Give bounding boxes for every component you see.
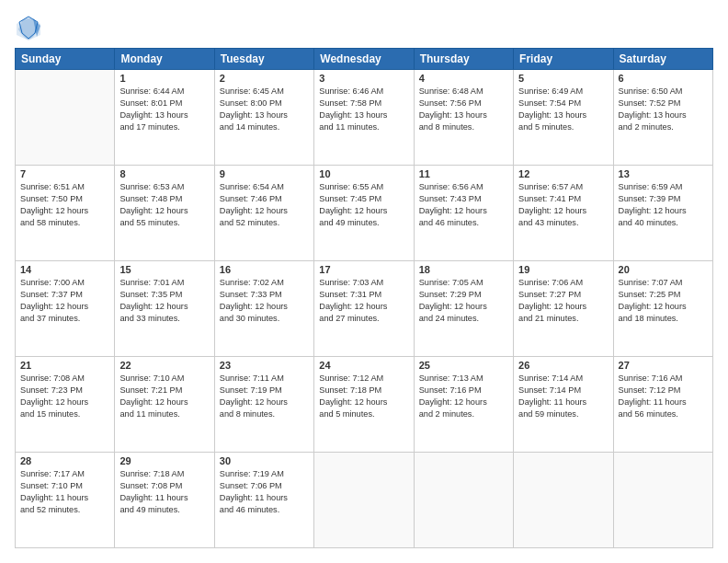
day-info: Sunrise: 7:08 AM Sunset: 7:23 PM Dayligh… xyxy=(20,373,109,420)
day-number: 2 xyxy=(220,73,309,84)
calendar-cell: 20Sunrise: 7:07 AM Sunset: 7:25 PM Dayli… xyxy=(613,261,712,357)
day-number: 9 xyxy=(220,168,309,179)
day-number: 16 xyxy=(220,264,309,275)
day-number: 20 xyxy=(619,264,708,275)
day-info: Sunrise: 6:44 AM Sunset: 8:01 PM Dayligh… xyxy=(119,86,209,133)
day-info: Sunrise: 6:45 AM Sunset: 8:00 PM Dayligh… xyxy=(220,86,309,133)
day-info: Sunrise: 6:54 AM Sunset: 7:46 PM Dayligh… xyxy=(220,181,309,229)
day-info: Sunrise: 6:57 AM Sunset: 7:41 PM Dayligh… xyxy=(518,181,608,229)
calendar-cell: 22Sunrise: 7:10 AM Sunset: 7:21 PM Dayli… xyxy=(115,357,214,453)
day-info: Sunrise: 7:01 AM Sunset: 7:35 PM Dayligh… xyxy=(119,277,209,325)
calendar-cell: 19Sunrise: 7:06 AM Sunset: 7:27 PM Dayli… xyxy=(514,261,613,357)
day-number: 27 xyxy=(619,360,708,371)
day-info: Sunrise: 7:06 AM Sunset: 7:27 PM Dayligh… xyxy=(518,277,608,325)
day-number: 21 xyxy=(20,360,109,371)
day-info: Sunrise: 7:18 AM Sunset: 7:08 PM Dayligh… xyxy=(119,468,209,516)
day-info: Sunrise: 7:03 AM Sunset: 7:31 PM Dayligh… xyxy=(319,277,408,325)
day-number: 29 xyxy=(119,455,209,466)
day-info: Sunrise: 6:59 AM Sunset: 7:39 PM Dayligh… xyxy=(619,181,708,229)
day-info: Sunrise: 7:11 AM Sunset: 7:19 PM Dayligh… xyxy=(220,373,309,420)
day-number: 6 xyxy=(619,73,708,84)
calendar-cell xyxy=(314,453,414,548)
day-number: 26 xyxy=(518,360,608,371)
calendar-cell: 27Sunrise: 7:16 AM Sunset: 7:12 PM Dayli… xyxy=(613,357,712,453)
calendar-cell: 4Sunrise: 6:48 AM Sunset: 7:56 PM Daylig… xyxy=(414,70,513,166)
day-info: Sunrise: 7:17 AM Sunset: 7:10 PM Dayligh… xyxy=(20,468,109,516)
day-info: Sunrise: 7:16 AM Sunset: 7:12 PM Dayligh… xyxy=(619,373,708,420)
calendar-cell: 11Sunrise: 6:56 AM Sunset: 7:43 PM Dayli… xyxy=(414,166,513,261)
weekday-header-sunday: Sunday xyxy=(16,49,115,70)
weekday-header-row: SundayMondayTuesdayWednesdayThursdayFrid… xyxy=(16,49,713,70)
calendar-cell xyxy=(514,453,613,548)
day-number: 18 xyxy=(419,264,508,275)
day-info: Sunrise: 6:46 AM Sunset: 7:58 PM Dayligh… xyxy=(319,86,408,133)
calendar: SundayMondayTuesdayWednesdayThursdayFrid… xyxy=(15,48,713,548)
calendar-cell: 7Sunrise: 6:51 AM Sunset: 7:50 PM Daylig… xyxy=(16,166,115,261)
calendar-cell: 21Sunrise: 7:08 AM Sunset: 7:23 PM Dayli… xyxy=(16,357,115,453)
day-info: Sunrise: 6:50 AM Sunset: 7:52 PM Dayligh… xyxy=(619,86,708,133)
day-number: 19 xyxy=(518,264,608,275)
day-number: 28 xyxy=(20,455,109,466)
calendar-cell: 1Sunrise: 6:44 AM Sunset: 8:01 PM Daylig… xyxy=(115,70,214,166)
day-info: Sunrise: 7:10 AM Sunset: 7:21 PM Dayligh… xyxy=(119,373,209,420)
day-number: 4 xyxy=(419,73,508,84)
header xyxy=(15,15,713,42)
calendar-cell: 24Sunrise: 7:12 AM Sunset: 7:18 PM Dayli… xyxy=(314,357,414,453)
calendar-cell: 18Sunrise: 7:05 AM Sunset: 7:29 PM Dayli… xyxy=(414,261,513,357)
day-info: Sunrise: 6:48 AM Sunset: 7:56 PM Dayligh… xyxy=(419,86,508,133)
week-row-3: 21Sunrise: 7:08 AM Sunset: 7:23 PM Dayli… xyxy=(16,357,713,453)
calendar-cell: 13Sunrise: 6:59 AM Sunset: 7:39 PM Dayli… xyxy=(613,166,712,261)
day-number: 25 xyxy=(419,360,508,371)
day-number: 13 xyxy=(619,168,708,179)
calendar-cell: 29Sunrise: 7:18 AM Sunset: 7:08 PM Dayli… xyxy=(115,453,214,548)
day-number: 22 xyxy=(119,360,209,371)
day-info: Sunrise: 6:53 AM Sunset: 7:48 PM Dayligh… xyxy=(119,181,209,229)
week-row-0: 1Sunrise: 6:44 AM Sunset: 8:01 PM Daylig… xyxy=(16,70,713,166)
calendar-cell: 10Sunrise: 6:55 AM Sunset: 7:45 PM Dayli… xyxy=(314,166,414,261)
day-info: Sunrise: 6:49 AM Sunset: 7:54 PM Dayligh… xyxy=(518,86,608,133)
weekday-header-tuesday: Tuesday xyxy=(214,49,313,70)
calendar-cell: 3Sunrise: 6:46 AM Sunset: 7:58 PM Daylig… xyxy=(314,70,414,166)
calendar-cell: 2Sunrise: 6:45 AM Sunset: 8:00 PM Daylig… xyxy=(214,70,313,166)
day-number: 17 xyxy=(319,264,408,275)
day-number: 8 xyxy=(119,168,209,179)
calendar-cell: 25Sunrise: 7:13 AM Sunset: 7:16 PM Dayli… xyxy=(414,357,513,453)
logo xyxy=(15,15,46,42)
day-info: Sunrise: 7:05 AM Sunset: 7:29 PM Dayligh… xyxy=(419,277,508,325)
day-number: 14 xyxy=(20,264,109,275)
calendar-cell: 28Sunrise: 7:17 AM Sunset: 7:10 PM Dayli… xyxy=(16,453,115,548)
day-number: 1 xyxy=(119,73,209,84)
calendar-cell: 14Sunrise: 7:00 AM Sunset: 7:37 PM Dayli… xyxy=(16,261,115,357)
calendar-cell: 23Sunrise: 7:11 AM Sunset: 7:19 PM Dayli… xyxy=(214,357,313,453)
week-row-1: 7Sunrise: 6:51 AM Sunset: 7:50 PM Daylig… xyxy=(16,166,713,261)
calendar-cell: 30Sunrise: 7:19 AM Sunset: 7:06 PM Dayli… xyxy=(214,453,313,548)
logo-icon xyxy=(15,15,42,42)
day-info: Sunrise: 6:55 AM Sunset: 7:45 PM Dayligh… xyxy=(319,181,408,229)
day-info: Sunrise: 7:12 AM Sunset: 7:18 PM Dayligh… xyxy=(319,373,408,420)
day-info: Sunrise: 7:07 AM Sunset: 7:25 PM Dayligh… xyxy=(619,277,708,325)
day-info: Sunrise: 7:14 AM Sunset: 7:14 PM Dayligh… xyxy=(518,373,608,420)
day-number: 23 xyxy=(220,360,309,371)
day-info: Sunrise: 7:00 AM Sunset: 7:37 PM Dayligh… xyxy=(20,277,109,325)
calendar-cell: 16Sunrise: 7:02 AM Sunset: 7:33 PM Dayli… xyxy=(214,261,313,357)
day-number: 3 xyxy=(319,73,408,84)
day-number: 15 xyxy=(119,264,209,275)
calendar-cell: 6Sunrise: 6:50 AM Sunset: 7:52 PM Daylig… xyxy=(613,70,712,166)
calendar-cell xyxy=(16,70,115,166)
weekday-header-thursday: Thursday xyxy=(414,49,513,70)
calendar-cell: 5Sunrise: 6:49 AM Sunset: 7:54 PM Daylig… xyxy=(514,70,613,166)
day-number: 24 xyxy=(319,360,408,371)
calendar-cell: 9Sunrise: 6:54 AM Sunset: 7:46 PM Daylig… xyxy=(214,166,313,261)
day-info: Sunrise: 6:56 AM Sunset: 7:43 PM Dayligh… xyxy=(419,181,508,229)
day-number: 5 xyxy=(518,73,608,84)
weekday-header-friday: Friday xyxy=(514,49,613,70)
weekday-header-monday: Monday xyxy=(115,49,214,70)
calendar-cell: 26Sunrise: 7:14 AM Sunset: 7:14 PM Dayli… xyxy=(514,357,613,453)
day-info: Sunrise: 6:51 AM Sunset: 7:50 PM Dayligh… xyxy=(20,181,109,229)
calendar-cell: 8Sunrise: 6:53 AM Sunset: 7:48 PM Daylig… xyxy=(115,166,214,261)
calendar-cell: 15Sunrise: 7:01 AM Sunset: 7:35 PM Dayli… xyxy=(115,261,214,357)
calendar-cell xyxy=(414,453,513,548)
day-number: 11 xyxy=(419,168,508,179)
calendar-cell xyxy=(613,453,712,548)
day-info: Sunrise: 7:19 AM Sunset: 7:06 PM Dayligh… xyxy=(220,468,309,516)
